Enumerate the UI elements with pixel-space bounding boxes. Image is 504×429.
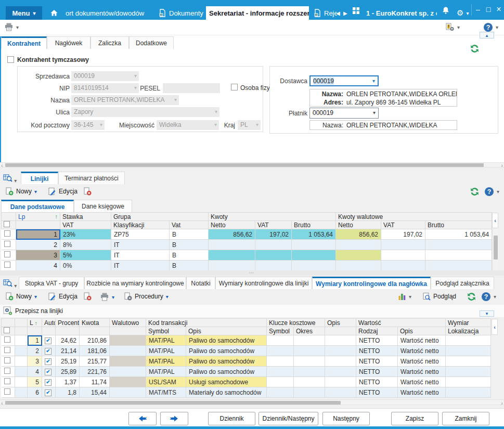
cell-walutowo[interactable] [110, 356, 146, 367]
table-row[interactable]: 4✔25,89221,76MAT/PALPaliwo do samochodów… [2, 367, 491, 377]
sprzedawca-field[interactable]: 000019▾ [71, 71, 139, 81]
cell-lp[interactable]: 3 [16, 250, 60, 261]
bottom-refresh-button[interactable] [467, 292, 476, 303]
tab-linijki[interactable]: Linijki [21, 172, 58, 184]
nastepny-button[interactable]: Następny [322, 412, 370, 425]
nazwa-field[interactable]: ORLEN PETROTANK,WIDEŁKA▾ [71, 95, 179, 105]
cell-procent[interactable]: 25,19 [56, 356, 80, 367]
collapse-columns-button-mid[interactable]: ‹ [492, 213, 498, 228]
header-kwoty[interactable]: Kwoty [209, 213, 336, 221]
cell-walutowo[interactable] [110, 346, 146, 356]
tab-rozbicie[interactable]: Rozbicie na wymiary kontrolingowe [84, 277, 186, 289]
dostawca-combo[interactable]: 000019▾ [309, 75, 379, 86]
cell-walutowo[interactable] [110, 387, 146, 398]
cell-lokalizacja[interactable] [446, 335, 491, 346]
procedury-button[interactable]: Procedury ▾ [124, 292, 169, 301]
cell-vat[interactable]: B [170, 250, 209, 261]
header-grupa[interactable]: Grupa [111, 213, 209, 221]
przepisz-na-linijki-button[interactable]: Przepisz na linijki [3, 306, 63, 316]
cell-opis-wartosc[interactable]: Wartość netto [398, 356, 446, 367]
previous-record-button[interactable] [128, 412, 157, 425]
header-lokalizacja[interactable]: Lokalizacja [446, 327, 491, 335]
header-klucze-symbol[interactable]: Symbol [267, 327, 294, 335]
cell-rodzaj[interactable]: NETTO [356, 367, 398, 377]
cell-okres[interactable] [294, 356, 325, 367]
window-list-button[interactable] [353, 7, 359, 16]
tab-import-dokumentow[interactable]: ort dokumentów/dowodów [62, 6, 154, 20]
cell-auto[interactable]: ✔ [42, 377, 56, 387]
table-row[interactable]: 4 0% IT B [2, 261, 492, 271]
header-rodzaj[interactable]: Rodzaj [356, 327, 398, 335]
cell-l[interactable]: 1 [28, 335, 42, 346]
cell-klucze-symbol[interactable] [267, 335, 294, 346]
row-select-checkbox[interactable] [4, 368, 10, 374]
cell-opis-wartosc[interactable]: Wartość netto [398, 335, 446, 346]
home-tab[interactable] [45, 6, 63, 20]
row-select-checkbox[interactable] [4, 388, 10, 395]
auto-checkbox-checked[interactable]: ✔ [45, 337, 51, 344]
collapse-columns-button-bottom[interactable]: ‹ [492, 319, 498, 335]
cell-vat-kwota[interactable]: 197,02 [255, 229, 292, 240]
tab-dodatkowe[interactable]: Dodatkowe [129, 36, 174, 49]
cell-stawka[interactable]: 0% [60, 261, 111, 271]
cell-okres[interactable] [294, 367, 325, 377]
row-checkbox-cell[interactable] [2, 346, 15, 356]
cell-klucze-symbol[interactable] [267, 387, 294, 398]
podglad-button[interactable]: Podgląd [422, 292, 456, 301]
cell-kwota[interactable]: 210,86 [80, 335, 110, 346]
cell-stawka[interactable]: 5% [60, 250, 111, 261]
row-checkbox-cell[interactable] [2, 377, 15, 387]
cell-kwota[interactable]: 181,06 [80, 346, 110, 356]
cell-stawka[interactable]: 23% [60, 229, 111, 240]
cell-kwota[interactable]: 215,77 [80, 356, 110, 367]
cell-opis-kod[interactable]: Paliwo do samochodów [186, 346, 267, 356]
cell-kwota[interactable]: 15,44 [80, 387, 110, 398]
cell-opis-wartosc[interactable]: Wartość netto [398, 377, 446, 387]
cell-opis-kod[interactable]: Paliwo do samochodów [186, 356, 267, 367]
mid-edit-button[interactable]: Edycja [48, 187, 77, 196]
header-wartosc-opis[interactable]: Opis [398, 327, 446, 335]
dziennik-button[interactable]: Dziennik [208, 412, 255, 425]
cell-symbol[interactable]: MAT/PAL [146, 367, 186, 377]
tab-kontrahent[interactable]: Kontrahent [1, 36, 47, 49]
cell-stawka[interactable]: 8% [60, 240, 111, 250]
cell-netto[interactable] [209, 240, 255, 250]
cell-l[interactable]: 5 [28, 377, 42, 387]
header-stawka[interactable]: Stawka [60, 213, 111, 221]
cell-klasyfikacja[interactable]: ZP75 [111, 229, 170, 240]
cell-w-vat[interactable] [381, 240, 425, 250]
cell-lp[interactable]: 1 [16, 229, 60, 240]
grid-view-menu-button[interactable]: ▾ [3, 173, 17, 184]
osoba-fizyczna-checkbox[interactable] [231, 84, 238, 90]
maximize-button[interactable]: □ [484, 4, 493, 15]
kod-pocztowy-field[interactable]: 36-145▾ [71, 120, 105, 130]
bottom-delete-button[interactable] [83, 292, 92, 301]
vertical-scrollbar-mid[interactable] [492, 229, 498, 270]
tab-sekretariat-active[interactable]: Sekretariat - informacje rozszerzon [206, 6, 309, 20]
cell-auto[interactable]: ✔ [42, 367, 56, 377]
print-button[interactable]: ▾ [4, 22, 19, 32]
cell-brutto[interactable] [292, 250, 336, 261]
cell-opis[interactable] [325, 387, 356, 398]
row-indicator-cell[interactable] [15, 335, 28, 346]
cell-lp[interactable]: 4 [16, 261, 60, 271]
cell-w-netto[interactable] [336, 240, 381, 250]
cell-walutowo[interactable] [110, 335, 146, 346]
header-procent[interactable]: Procent [56, 319, 80, 327]
horizontal-scrollbar-bottom[interactable]: ‹ › [0, 399, 504, 405]
tab-scroll-right[interactable]: ▶ [343, 6, 351, 20]
tab-rejestr[interactable]: Reje [310, 6, 337, 20]
header-w-brutto[interactable]: Brutto [425, 221, 492, 229]
tab-dokumenty[interactable]: Dokumenty [155, 6, 205, 20]
tab-zaliczka[interactable]: Zaliczka [91, 36, 129, 49]
cell-opis-kod[interactable]: Paliwo do samochodów [186, 367, 267, 377]
table-row[interactable]: 2 8% IT B [2, 240, 492, 250]
help-button[interactable]: ? ▾ [483, 22, 498, 32]
row-indicator-cell[interactable] [15, 346, 28, 356]
header-l[interactable]: L ↑ [28, 319, 42, 327]
row-indicator-cell[interactable] [15, 356, 28, 367]
row-checkbox-cell[interactable] [2, 250, 16, 261]
cell-vat-kwota[interactable] [255, 261, 292, 271]
header-w-netto[interactable]: Netto [336, 221, 381, 229]
row-checkbox-cell[interactable] [2, 356, 15, 367]
